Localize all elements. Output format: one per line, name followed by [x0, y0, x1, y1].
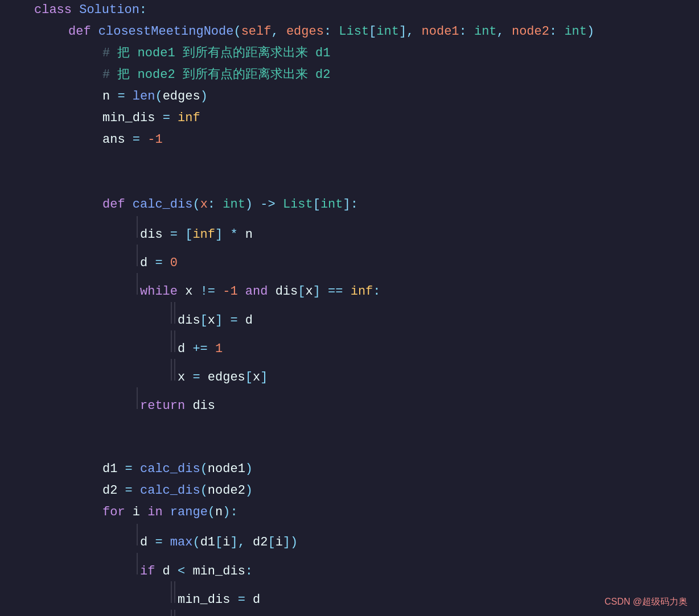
line-d2-calc: d2 = calc_dis(node2) [34, 481, 699, 502]
vbar4 [171, 302, 173, 324]
class-name: Solution [79, 0, 139, 20]
line-d-plus1: d += 1 [34, 330, 699, 359]
vbar5 [174, 302, 176, 324]
keyword-def: def [68, 22, 98, 42]
vbar10 [137, 387, 139, 409]
line-min-dis: min_dis = inf [34, 108, 699, 130]
line-dis-x-d: dis[x] = d [34, 302, 699, 330]
vbar12 [137, 553, 139, 574]
line-if: if d < min_dis: [34, 553, 699, 581]
vbar8 [171, 359, 173, 381]
line-ans-i: ans = i [34, 610, 699, 616]
vbar2 [137, 245, 139, 266]
vbar13 [171, 581, 173, 603]
code-block: class Solution: def closestMeetingNode(s… [0, 0, 699, 616]
line-comment2: # 把 node2 到所有点的距离求出来 d2 [34, 65, 699, 86]
watermark-brand: 超级码力奥 [642, 597, 688, 606]
line-while: while x != -1 and dis[x] == inf: [34, 273, 699, 301]
line-blank1 [34, 151, 699, 173]
vbar14 [174, 581, 176, 603]
line-d-zero: d = 0 [34, 245, 699, 273]
line-for: for i in range(n): [34, 502, 699, 524]
watermark: CSDN @超级码力奥 [605, 594, 688, 609]
vbar1 [137, 216, 139, 238]
func-name-calc: calc_dis [133, 195, 193, 214]
vbar6 [171, 330, 173, 352]
line-def-calc: def calc_dis(x: int) -> List[int]: [34, 195, 699, 216]
line-def-main: def closestMeetingNode(self, edges: List… [34, 22, 699, 43]
line-d-max: d = max(d1[i], d2[i]) [34, 524, 699, 552]
vbar9 [174, 359, 176, 381]
line-blank2 [34, 173, 699, 195]
line-return-dis: return dis [34, 387, 699, 416]
line-ans-neg1: ans = -1 [34, 130, 699, 151]
vbar11 [137, 524, 139, 545]
keyword-def2: def [102, 195, 133, 214]
line-blank4 [34, 437, 699, 459]
line-class: class Solution: [34, 0, 699, 22]
line-comment1: # 把 node1 到所有点的距离求出来 d1 [34, 43, 699, 65]
line-n-len: n = len(edges) [34, 86, 699, 108]
line-dis-inf: dis = [inf] * n [34, 216, 699, 245]
line-blank3 [34, 416, 699, 437]
line-d1-calc: d1 = calc_dis(node1) [34, 459, 699, 481]
func-name-closest: closestMeetingNode [98, 22, 234, 42]
vbar16 [174, 610, 176, 616]
keyword-class: class [34, 0, 79, 20]
vbar15 [171, 610, 173, 616]
line-min-dis-d: min_dis = d [34, 581, 699, 610]
watermark-prefix: CSDN @ [605, 597, 642, 606]
vbar3 [137, 273, 139, 295]
line-x-edges: x = edges[x] [34, 359, 699, 387]
vbar7 [174, 330, 176, 352]
